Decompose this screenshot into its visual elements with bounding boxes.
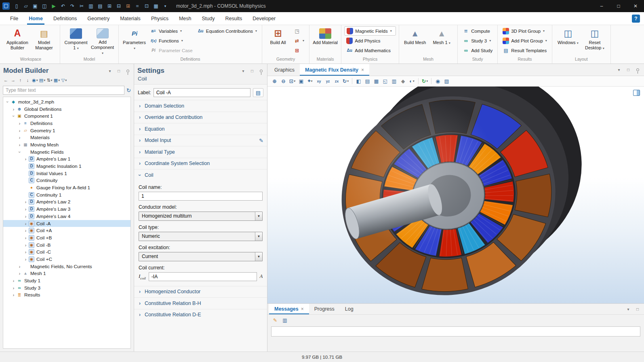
columns-button[interactable]: ▦▾ (53, 76, 60, 84)
tree-node-magnetic-fields-no-currents[interactable]: ›Magnetic Fields, No Currents (3, 263, 130, 270)
section-material-type[interactable]: ›Material Type (134, 146, 267, 158)
tree-node-mesh-1[interactable]: ›▲Mesh 1 (3, 270, 130, 277)
ribbon-button-geometry-table[interactable]: ⊞ (292, 46, 306, 55)
back-button[interactable]: ← (2, 76, 9, 84)
tree-node-magnetic-fields[interactable]: ›Magnetic Fields (3, 148, 130, 156)
ribbon-button-3d-plot-group[interactable]: 3D Plot Group▾ (501, 26, 549, 36)
menu-tab-study[interactable]: Study (197, 12, 220, 25)
zoom-extents-button[interactable]: ⊡ (142, 2, 151, 11)
tree-expander-icon[interactable]: › (23, 207, 28, 212)
section-coil[interactable]: ›Coil (134, 169, 267, 181)
float-panel-icon[interactable]: □ (249, 68, 255, 74)
new-file-button[interactable]: ▯ (12, 2, 21, 11)
tree-expander-icon[interactable]: › (23, 235, 28, 240)
ribbon-button-geometry-update[interactable]: ⇄▾ (292, 36, 306, 45)
ribbon-button-add-material[interactable]: Add Material (312, 26, 338, 55)
collapse-panel-icon[interactable]: ▾ (625, 306, 631, 312)
group-button[interactable]: ▤▾ (39, 76, 46, 84)
close-button[interactable]: ✕ (627, 0, 644, 12)
node-label-input[interactable] (154, 88, 250, 97)
messages-output[interactable] (271, 326, 640, 337)
ribbon-button-windows[interactable]: ◫Windows ▾ (555, 26, 581, 55)
tree-node-coil-b[interactable]: ›◉Coil -B (3, 241, 130, 249)
cut-button[interactable]: ✂ (77, 2, 86, 11)
tree-expander-icon[interactable]: › (17, 142, 22, 147)
redo-button[interactable]: ↷ (68, 2, 77, 11)
ribbon-button-compute[interactable]: =Compute (461, 26, 495, 36)
tree-node-amp-re-s-law-1[interactable]: ›DAmpère's Law 1 (3, 156, 130, 163)
pin-panel-icon[interactable] (125, 68, 130, 74)
update-button[interactable]: ↻▾ (421, 77, 429, 85)
graphics-tab-graphics[interactable]: Graphics (269, 64, 300, 76)
collapse-panel-icon[interactable]: ▾ (616, 67, 622, 73)
menu-tab-home[interactable]: Home (23, 12, 48, 25)
ribbon-button-functions[interactable]: f(x)Functions▾ (148, 36, 195, 45)
delete-button[interactable]: ⊟ (114, 2, 123, 11)
show-button[interactable]: ◉▾ (32, 76, 38, 84)
menu-tab-file[interactable]: File (5, 12, 23, 25)
tree-expander-icon[interactable]: › (23, 257, 28, 262)
paste-button[interactable]: ▤ (96, 2, 105, 11)
zoom-in-button[interactable]: ⊕ (270, 77, 279, 85)
tree-expander-icon[interactable]: › (23, 228, 28, 233)
menu-tab-developer[interactable]: Developer (247, 12, 281, 25)
scene-rotation-button[interactable]: ↻▾ (341, 77, 350, 85)
tree-node-coil-a[interactable]: ›◉Coil +A (3, 227, 130, 234)
move-down-button[interactable]: ↓ (24, 76, 31, 84)
ribbon-button-build-all[interactable]: ⊞Build All (265, 26, 291, 55)
ribbon-button-build-mesh[interactable]: ▲Build Mesh (402, 26, 428, 55)
forward-button[interactable]: → (10, 76, 17, 84)
ribbon-button-model-manager[interactable]: ▤Model Manager (31, 26, 57, 55)
color-table-button[interactable]: ▥ (390, 77, 398, 85)
zoom-out-button[interactable]: ⊖ (279, 77, 288, 85)
refresh-tree-icon[interactable]: ↻ (126, 87, 131, 93)
collapse-panel-icon[interactable]: ▾ (240, 68, 246, 74)
maximize-button[interactable]: □ (610, 0, 627, 12)
menu-tab-results[interactable]: Results (220, 12, 248, 25)
float-panel-icon[interactable]: □ (116, 68, 122, 74)
tree-node-magnetic-insulation-1[interactable]: DMagnetic Insulation 1 (3, 163, 130, 170)
coil-name-input[interactable] (139, 192, 263, 201)
tree-node-continuity-1[interactable]: CContinuity 1 (3, 191, 130, 199)
ribbon-button-magnetic-fields[interactable]: Magnetic Fields▾ (344, 26, 396, 36)
tree-node-continuity[interactable]: CContinuity (3, 177, 130, 184)
tree-node-global-definitions[interactable]: ›⊕Global Definitions (3, 106, 130, 113)
ribbon-button-study-3[interactable]: ∞Study 3▾ (461, 36, 495, 45)
tree-node-motor-3d-2-mph[interactable]: ›◆motor_3d_2.mph (3, 98, 130, 106)
section-domain-selection[interactable]: ›Domain Selection (134, 100, 267, 112)
ribbon-button-geometry-insert[interactable]: ◳ (292, 26, 306, 36)
plot-grid-button[interactable]: ▦ (372, 77, 381, 85)
tree-expander-icon[interactable]: › (11, 292, 16, 297)
conductor-model-select[interactable]: Homogenized multiturn▼ (139, 212, 263, 221)
tree-node-study-1[interactable]: ›∞Study 1 (3, 277, 130, 284)
zoom-box-button[interactable]: ⊡▾ (288, 77, 297, 85)
ribbon-button-add-component[interactable]: Add Component ▾ (90, 26, 116, 55)
tree-expander-icon[interactable]: › (17, 271, 22, 276)
close-tab-icon[interactable]: × (361, 67, 364, 73)
tree-expander-icon[interactable]: › (17, 121, 22, 126)
coil-type-select[interactable]: Numeric▼ (139, 232, 263, 241)
go-to-view-button[interactable]: ⌖▾ (306, 77, 314, 85)
tree-expander-icon[interactable]: › (23, 214, 28, 219)
move-up-button[interactable]: ↑ (17, 76, 24, 84)
tree-node-results[interactable]: ›≣Results (3, 292, 130, 299)
zoom-extents-button[interactable]: ▣ (297, 77, 305, 85)
minimize-button[interactable]: – (593, 0, 610, 12)
save-button[interactable]: ▣ (31, 2, 40, 11)
tree-node-definitions[interactable]: ›≡Definitions (3, 120, 130, 127)
view-yz-button[interactable]: yz (324, 77, 332, 85)
compute-button[interactable]: = (133, 2, 142, 11)
tree-expander-icon[interactable]: › (23, 157, 28, 161)
ribbon-button-mesh-1[interactable]: ▲Mesh 1 ▾ (429, 26, 455, 55)
plot-window-button[interactable]: ◱ (381, 77, 389, 85)
filter-button[interactable]: ▽▾ (61, 76, 67, 84)
pin-panel-icon[interactable] (258, 68, 264, 74)
tree-expander-icon[interactable]: › (23, 199, 28, 204)
ribbon-button-variables[interactable]: a=Variables▾ (148, 26, 195, 36)
section-homogenized-conductor[interactable]: ›Homogenized Conductor (134, 286, 267, 298)
float-panel-icon[interactable]: □ (635, 306, 640, 312)
tree-node-amp-re-s-law-4[interactable]: ›DAmpère's Law 4 (3, 213, 130, 220)
edit-icon[interactable]: ✎ (259, 138, 263, 144)
tree-node-coil-a[interactable]: ›◉Coil -A (3, 220, 130, 227)
tree-node-coil-b[interactable]: ›◉Coil +B (3, 234, 130, 241)
